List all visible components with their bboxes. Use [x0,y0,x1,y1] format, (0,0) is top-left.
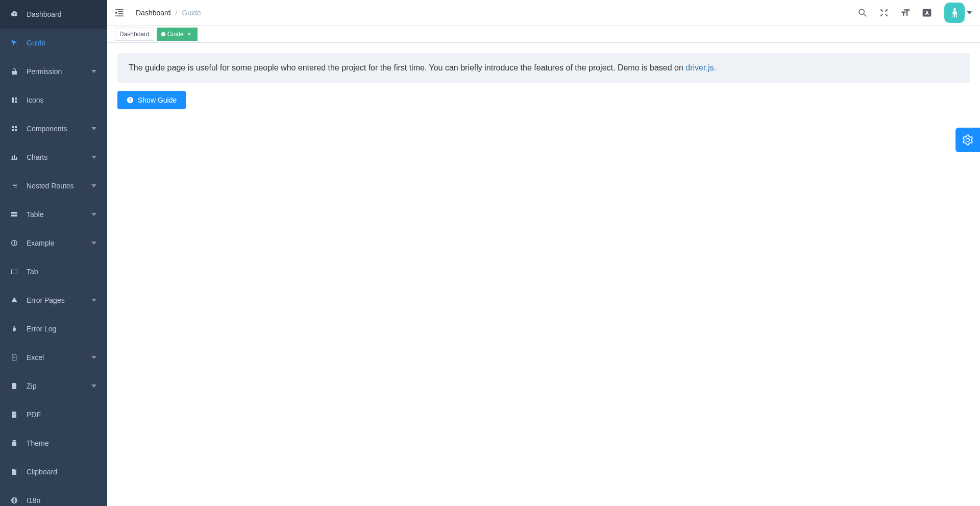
sidebar-item-label: Zip [27,382,91,390]
driverjs-link[interactable]: driver.js. [685,63,716,72]
sidebar-item-label: Error Pages [27,296,91,304]
sidebar-item-excel[interactable]: Excel [0,343,107,372]
icons-icon [10,96,18,104]
user-menu[interactable] [944,3,972,23]
language-button[interactable]: A [920,6,934,20]
pdf-icon: P [10,411,18,419]
show-guide-button[interactable]: Show Guide [117,91,186,109]
chevron-down-icon [91,183,97,189]
chevron-down-icon [91,354,97,360]
sidebar-item-label: I18n [27,496,97,504]
sidebar-item-label: Clipboard [27,468,97,476]
excel-icon [10,353,18,362]
chevron-down-icon [91,211,97,218]
sidebar-item-zip[interactable]: Zip [0,372,107,400]
font-size-button[interactable] [898,6,913,20]
theme-icon [10,439,18,447]
gear-icon [962,134,974,146]
sidebar-item-permission[interactable]: Permission [0,57,107,86]
i18n-icon [10,496,18,504]
search-button[interactable] [855,6,870,20]
sidebar-item-label: Charts [27,153,91,161]
sidebar-item-label: Tab [27,268,97,276]
chevron-down-icon [91,68,97,75]
callout-text: The guide page is useful for some people… [129,63,685,72]
sidebar-item-example[interactable]: Example [0,229,107,257]
guide-callout: The guide page is useful for some people… [117,53,970,83]
guide-icon [10,39,18,47]
svg-text:A: A [925,10,928,16]
fullscreen-button[interactable] [877,6,891,20]
tab-guide[interactable]: Guide× [157,28,198,41]
chevron-down-icon [91,240,97,246]
sidebar-item-label: Components [27,125,91,133]
sidebar-item-tab[interactable]: Tab [0,257,107,286]
sidebar-item-guide[interactable]: Guide [0,29,107,57]
sidebar-item-label: Nested Routes [27,182,91,190]
sidebar-item-i18n[interactable]: I18n [0,486,107,506]
search-icon [857,8,868,18]
example-icon [10,239,18,247]
zip-icon [10,382,18,390]
sidebar-item-clipboard[interactable]: Clipboard [0,457,107,486]
avatar-icon [949,7,960,18]
sidebar-item-label: PDF [27,411,97,419]
sidebar-item-label: Table [27,210,91,219]
breadcrumb-item-current: Guide [182,9,201,17]
chevron-down-icon [91,126,97,132]
sidebar-item-label: Dashboard [27,10,97,18]
sidebar-item-dashboard[interactable]: Dashboard [0,0,107,29]
close-icon[interactable]: × [186,31,193,38]
sidebar-item-label: Error Log [27,325,97,333]
breadcrumb-separator: / [176,9,178,17]
nested-icon [10,182,18,190]
sidebar-item-components[interactable]: Components [0,114,107,143]
navbar: Dashboard / Guide A [107,0,980,26]
main: Dashboard / Guide A Da [107,0,980,506]
active-dot-icon [161,32,165,36]
hamburger-icon [114,8,125,18]
breadcrumb-item[interactable]: Dashboard [136,9,171,17]
sidebar-item-pdf[interactable]: PPDF [0,400,107,429]
avatar [944,3,965,23]
page-content: The guide page is useful for some people… [107,43,980,506]
sidebar: DashboardGuidePermissionIconsComponentsC… [0,0,107,506]
sidebar-item-icons[interactable]: Icons [0,86,107,114]
chevron-down-icon [91,297,97,303]
chevron-down-icon [91,383,97,389]
show-guide-label: Show Guide [138,96,177,104]
sidebar-item-nested-routes[interactable]: Nested Routes [0,172,107,200]
dashboard-icon [10,10,18,18]
tab-label: Dashboard [119,31,150,38]
sidebar-item-theme[interactable]: Theme [0,429,107,457]
settings-drawer-toggle[interactable] [955,128,980,152]
clipboard-icon [10,468,18,476]
tab-dashboard[interactable]: Dashboard [115,28,154,41]
breadcrumb: Dashboard / Guide [136,9,201,17]
question-circle-icon [127,97,134,104]
sidebar-item-label: Permission [27,67,91,76]
sidebar-item-error-pages[interactable]: Error Pages [0,286,107,315]
language-icon: A [922,8,932,18]
sidebar-item-label: Theme [27,439,97,447]
error-log-icon [10,325,18,333]
tab-label: Guide [167,31,184,38]
sidebar-item-label: Icons [27,96,97,104]
fullscreen-icon [879,8,889,18]
sidebar-item-table[interactable]: Table [0,200,107,229]
tags-view: DashboardGuide× [107,26,980,43]
lock-icon [10,67,18,76]
hamburger-toggle[interactable] [107,0,132,26]
sidebar-item-charts[interactable]: Charts [0,143,107,172]
chevron-down-icon [91,154,97,160]
navbar-right: A [855,3,972,23]
components-icon [10,125,18,133]
sidebar-item-label: Guide [27,39,97,47]
caret-down-icon [967,9,972,17]
table-icon [10,210,18,219]
tab-icon [10,268,18,276]
charts-icon [10,153,18,161]
font-size-icon [900,8,911,18]
sidebar-item-error-log[interactable]: Error Log [0,315,107,343]
sidebar-item-label: Excel [27,353,91,362]
